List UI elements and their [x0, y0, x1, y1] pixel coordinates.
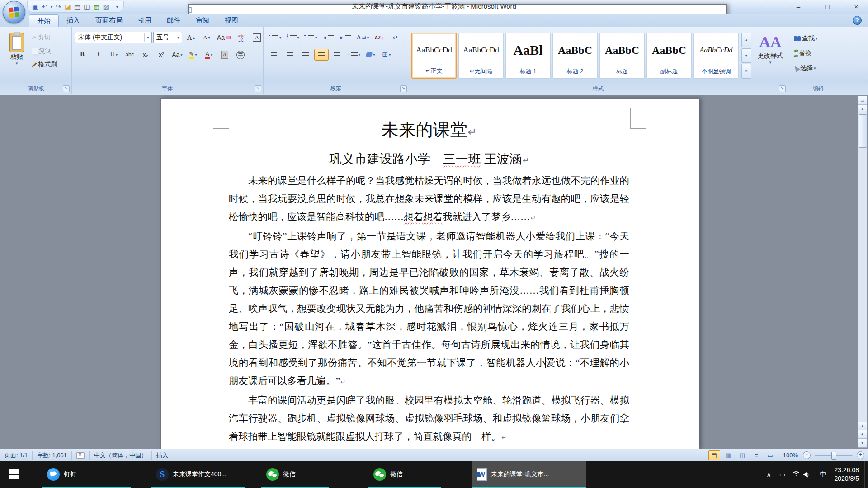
italic-button[interactable]: I [91, 49, 105, 61]
bullets-button[interactable]: ▾ [267, 32, 283, 43]
scroll-next-page-icon[interactable]: ▾ [858, 439, 867, 447]
draft-view-icon[interactable]: ▭ [764, 450, 776, 460]
print-layout-view-icon[interactable]: ▤ [708, 450, 720, 460]
taskbar-app-word[interactable]: 未来的课堂-巩义市... [472, 461, 586, 488]
highlight-dropdown-icon[interactable]: ▾ [195, 52, 197, 57]
styles-scroll-down-icon[interactable]: ▾ [741, 48, 751, 63]
font-color-button[interactable]: A ▾ [202, 49, 216, 61]
character-shading-button[interactable]: A [217, 49, 232, 61]
style-heading1[interactable]: AaBl 标题 1 [505, 33, 551, 79]
enclose-characters-button[interactable]: 字 [233, 49, 248, 61]
wifi-icon[interactable] [789, 471, 803, 478]
line-spacing-button[interactable]: ↕ ▾ [346, 49, 362, 61]
hidden-icons-chevron-icon[interactable]: ∧ [762, 471, 776, 478]
styles-more-icon[interactable]: ≡ [741, 64, 751, 79]
scroll-up-icon[interactable]: ▴ [858, 105, 867, 113]
font-size-dropdown-icon[interactable]: ▾ [175, 33, 182, 42]
web-layout-view-icon[interactable]: ◫ [736, 450, 748, 460]
change-case-dropdown-icon[interactable]: ▾ [180, 52, 183, 57]
underline-dropdown-icon[interactable]: ▾ [116, 52, 118, 57]
tab-view[interactable]: 视图 [217, 14, 246, 27]
style-heading2[interactable]: AaBbC 标题 2 [552, 33, 598, 79]
strikethrough-button[interactable]: abc [123, 49, 137, 61]
zoom-out-icon[interactable]: − [803, 451, 811, 459]
volume-icon[interactable]: ) [803, 471, 816, 478]
replace-button[interactable]: abac 替换 [792, 47, 820, 59]
help-icon[interactable]: ? [853, 16, 862, 25]
scrollbar-thumb[interactable] [859, 114, 867, 148]
increase-indent-button[interactable]: ► [337, 32, 353, 43]
zoom-slider-thumb[interactable] [831, 452, 836, 460]
scroll-previous-page-icon[interactable]: ▴ [858, 422, 867, 430]
grow-font-button[interactable]: A▴ [184, 32, 198, 43]
align-right-button[interactable] [298, 49, 313, 61]
borders-dropdown-icon[interactable]: ▾ [389, 52, 391, 57]
style-subtle-emphasis[interactable]: AaBbCcDd 不明显强调 [693, 33, 739, 79]
cut-button[interactable]: ✂ 剪切 [30, 32, 59, 43]
borders-button[interactable]: ⊞ ▾ [379, 49, 394, 61]
tab-page-layout[interactable]: 页面布局 [88, 14, 130, 27]
tab-mailings[interactable]: 邮件 [159, 14, 188, 27]
numbering-button[interactable]: 123 ▾ [285, 32, 302, 43]
document-paragraph[interactable]: “叮铃铃”上课铃声响了，第一节是语文课，老师邀请智能机器人小爱给我们上课：“今天… [229, 227, 629, 391]
font-size-select[interactable]: 五号 ▾ [153, 32, 182, 43]
close-button[interactable]: × [847, 2, 865, 12]
paragraph-dialog-launcher[interactable]: ↘ [400, 85, 407, 92]
underline-button[interactable]: U ▾ [107, 49, 121, 61]
numbering-dropdown-icon[interactable]: ▾ [297, 35, 300, 40]
ruler-toggle-icon[interactable]: ▭ [858, 96, 867, 105]
find-button[interactable]: 查找 ▾ [792, 33, 820, 44]
asian-layout-button[interactable]: A ⇄ ▾ [354, 32, 371, 43]
justify-button[interactable] [314, 49, 329, 61]
shrink-font-button[interactable]: A▾ [199, 32, 214, 43]
style-subtitle[interactable]: AaBbC 副标题 [646, 33, 692, 79]
shading-button[interactable]: ▾ [363, 49, 378, 61]
document-paragraph[interactable]: 丰富的课间活动更是闪瞎了我的眼。校园里有模拟太空舱、轮滑跑道、模拟飞行器、模拟汽… [229, 391, 629, 447]
copy-button[interactable]: 复制 [30, 45, 59, 57]
distributed-button[interactable] [330, 49, 344, 61]
multilevel-list-button[interactable]: ▾ [302, 32, 319, 43]
zoom-level[interactable]: 100% [783, 452, 798, 459]
font-color-dropdown-icon[interactable]: ▾ [211, 52, 213, 57]
style-title[interactable]: AaBbC 标题 [599, 33, 645, 79]
document-paragraph[interactable]: 未来的课堂是什么样子的呢？当我感觉枯燥无谓的时候，当我做着永远也做不完的作业的时… [229, 172, 629, 227]
taskbar-clock[interactable]: 23:26:08 2020/8/5 [835, 466, 859, 483]
page-number-status[interactable]: 页面: 1/1 [0, 449, 32, 461]
style-no-spacing[interactable]: AaBbCcDd ↵无间隔 [458, 33, 504, 79]
clear-formatting-button[interactable]: Aa [215, 32, 232, 43]
change-case-button[interactable]: Aa ▾ [170, 49, 184, 61]
minimize-button[interactable]: – [789, 2, 807, 12]
show-desktop-button[interactable] [864, 461, 868, 488]
paste-button[interactable]: 粘贴 ▾ [5, 31, 29, 82]
font-name-dropdown-icon[interactable]: ▾ [144, 33, 151, 42]
tab-review[interactable]: 审阅 [188, 14, 217, 27]
show-hide-marks-button[interactable]: ↵ [388, 32, 402, 43]
align-center-button[interactable] [283, 49, 297, 61]
taskbar-app-wechat-2[interactable]: 微信 [368, 461, 441, 488]
start-button[interactable] [0, 461, 28, 488]
zoom-slider[interactable] [815, 455, 853, 456]
subscript-button[interactable]: x₂ [138, 49, 153, 61]
phonetic-guide-button[interactable]: wén 文 [234, 32, 248, 43]
taskbar-app-wechat-1[interactable]: 微信 [261, 461, 329, 488]
select-dropdown-icon[interactable]: ▾ [814, 66, 816, 70]
taskbar-app-browser[interactable]: S 未来课堂作文400... [151, 461, 245, 488]
document-byline[interactable]: 巩义市建设路小学 三一班 王波涵↵ [229, 148, 629, 172]
clipboard-dialog-launcher[interactable]: ↘ [63, 85, 70, 92]
bullets-dropdown-icon[interactable]: ▾ [279, 35, 282, 40]
tablet-mode-icon[interactable]: ▭ [776, 471, 789, 478]
font-dialog-launcher[interactable]: ↘ [255, 85, 261, 92]
full-screen-reading-view-icon[interactable]: ▥ [722, 450, 734, 460]
insert-mode-status[interactable]: 插入 [152, 449, 173, 461]
change-styles-button[interactable]: AA 更改样式 ▾ [754, 32, 787, 86]
office-button[interactable] [3, 1, 25, 23]
select-button[interactable]: 选择 ▾ [792, 62, 820, 74]
character-border-button[interactable]: A [250, 32, 264, 43]
taskbar-app-dingtalk[interactable]: 钉钉 [42, 461, 131, 488]
document-page[interactable]: 未来的课堂↵ 巩义市建设路小学 三一班 王波涵↵ 未来的课堂是什么样子的呢？当我… [160, 98, 699, 449]
text-highlight-button[interactable]: ✎ ▾ [186, 49, 200, 61]
outline-view-icon[interactable]: ≡ [750, 450, 762, 460]
bold-button[interactable]: B [75, 49, 90, 61]
word-count-status[interactable]: 字数: 1,061 [33, 449, 71, 461]
sort-button[interactable]: AZ ↓ [372, 32, 387, 43]
